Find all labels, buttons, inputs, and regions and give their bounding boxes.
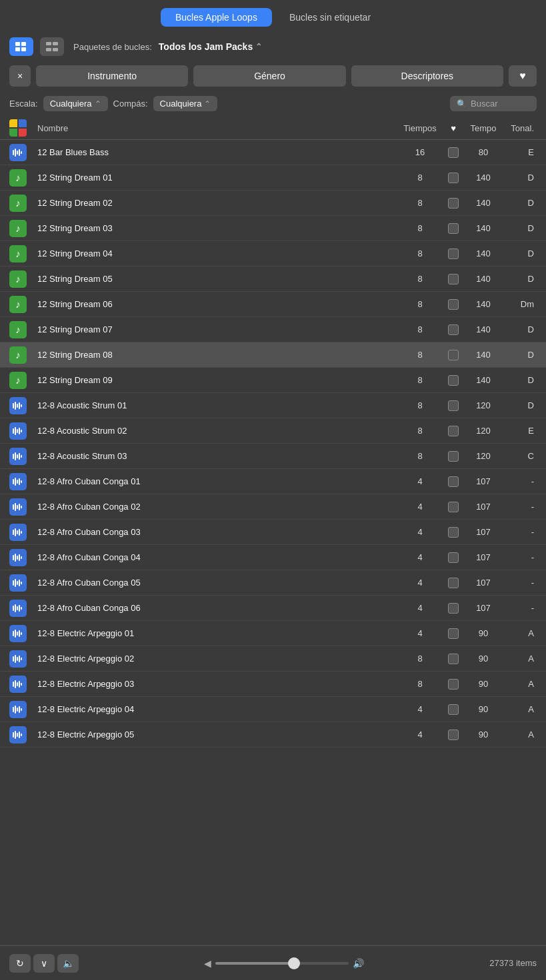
favorite-checkbox[interactable] [448, 628, 459, 639]
table-row[interactable]: 12-8 Afro Cuban Conga 01 4 107 - [0, 469, 546, 494]
filter-clear-button[interactable]: × [9, 65, 31, 87]
volume-low-icon[interactable]: ◀ [204, 958, 211, 969]
volume-slider[interactable] [215, 962, 349, 965]
loop-mode-button[interactable]: ↻ [9, 954, 31, 973]
table-row[interactable]: ♪ 12 String Dream 04 8 140 D [0, 241, 546, 266]
table-row[interactable]: 12-8 Electric Arpeggio 02 8 90 A [0, 646, 546, 672]
row-fav[interactable] [443, 400, 463, 411]
favorite-checkbox[interactable] [448, 173, 459, 183]
chevron-down-button[interactable]: ∨ [33, 954, 55, 973]
favorite-checkbox[interactable] [448, 375, 459, 386]
row-fav[interactable] [443, 527, 463, 538]
table-row[interactable]: 12-8 Electric Arpeggio 04 4 90 A [0, 697, 546, 722]
favorite-checkbox[interactable] [448, 527, 459, 538]
row-fav[interactable] [443, 603, 463, 614]
favorite-checkbox[interactable] [448, 147, 459, 158]
row-fav[interactable] [443, 502, 463, 512]
table-row[interactable]: ♪ 12 String Dream 02 8 140 D [0, 191, 546, 216]
escala-select[interactable]: Cualquiera ⌃ [43, 96, 108, 111]
row-fav[interactable] [443, 628, 463, 639]
instrumento-filter-button[interactable]: Instrumento [36, 65, 188, 87]
row-fav[interactable] [443, 704, 463, 715]
favorite-checkbox[interactable] [448, 426, 459, 436]
row-fav[interactable] [443, 147, 463, 158]
table-row[interactable]: 12-8 Afro Cuban Conga 03 4 107 - [0, 520, 546, 545]
table-row[interactable]: 12-8 Afro Cuban Conga 04 4 107 - [0, 545, 546, 570]
favorite-checkbox[interactable] [448, 578, 459, 588]
favorite-checkbox[interactable] [448, 603, 459, 614]
tab-untagged[interactable]: Bucles sin etiquetar [275, 8, 385, 27]
table-row[interactable]: 12-8 Electric Arpeggio 05 4 90 A [0, 722, 546, 747]
header-nombre[interactable]: Nombre [37, 123, 397, 133]
favorite-checkbox[interactable] [448, 502, 459, 512]
row-fav[interactable] [443, 248, 463, 259]
row-fav[interactable] [443, 451, 463, 462]
favorite-checkbox[interactable] [448, 198, 459, 209]
search-input[interactable] [471, 99, 524, 109]
row-fav[interactable] [443, 679, 463, 690]
favorite-checkbox[interactable] [448, 400, 459, 411]
favorite-checkbox[interactable] [448, 324, 459, 335]
table-row[interactable]: 12-8 Acoustic Strum 01 8 120 D [0, 393, 546, 418]
genero-filter-button[interactable]: Género [193, 65, 345, 87]
table-row[interactable]: 12-8 Electric Arpeggio 01 4 90 A [0, 621, 546, 646]
row-fav[interactable] [443, 274, 463, 284]
row-fav[interactable] [443, 223, 463, 234]
row-fav[interactable] [443, 173, 463, 183]
row-fav[interactable] [443, 350, 463, 360]
row-fav[interactable] [443, 426, 463, 436]
view-grid-button[interactable] [9, 37, 33, 56]
compas-select[interactable]: Cualquiera ⌃ [153, 96, 218, 111]
volume-high-icon[interactable]: 🔊 [353, 958, 364, 969]
row-fav[interactable] [443, 730, 463, 740]
favorites-filter-button[interactable]: ♥ [509, 65, 537, 87]
table-row[interactable]: 12-8 Acoustic Strum 03 8 120 C [0, 444, 546, 469]
search-box[interactable]: 🔍 [450, 96, 537, 111]
row-fav[interactable] [443, 476, 463, 487]
tab-apple-loops[interactable]: Bucles Apple Loops [161, 8, 272, 27]
favorite-checkbox[interactable] [448, 299, 459, 310]
row-fav[interactable] [443, 375, 463, 386]
row-fav[interactable] [443, 578, 463, 588]
table-row[interactable]: ♪ 12 String Dream 09 8 140 D [0, 368, 546, 393]
view-list-button[interactable] [40, 37, 64, 56]
header-tempo[interactable]: Tempo [463, 123, 503, 133]
favorite-checkbox[interactable] [448, 704, 459, 715]
header-tiempos[interactable]: Tiempos [397, 123, 443, 133]
favorite-checkbox[interactable] [448, 350, 459, 360]
table-row[interactable]: 12-8 Acoustic Strum 02 8 120 E [0, 418, 546, 444]
row-fav[interactable] [443, 299, 463, 310]
row-fav[interactable] [443, 654, 463, 664]
favorite-checkbox[interactable] [448, 552, 459, 563]
table-row[interactable]: 12 Bar Blues Bass 16 80 E [0, 140, 546, 165]
svg-rect-52 [21, 582, 22, 584]
table-row[interactable]: ♪ 12 String Dream 05 8 140 D [0, 266, 546, 292]
table-row[interactable]: 12-8 Electric Arpeggio 03 8 90 A [0, 672, 546, 697]
descriptores-filter-button[interactable]: Descriptores [351, 65, 503, 87]
table-row[interactable]: ♪ 12 String Dream 07 8 140 D [0, 317, 546, 342]
row-fav[interactable] [443, 324, 463, 335]
table-row[interactable]: 12-8 Afro Cuban Conga 06 4 107 - [0, 596, 546, 621]
row-fav[interactable] [443, 198, 463, 209]
svg-rect-30 [17, 480, 18, 484]
tab-bar: Bucles Apple Loops Bucles sin etiquetar [0, 0, 546, 33]
favorite-checkbox[interactable] [448, 730, 459, 740]
favorite-checkbox[interactable] [448, 654, 459, 664]
favorite-checkbox[interactable] [448, 451, 459, 462]
table-row[interactable]: ♪ 12 String Dream 03 8 140 D [0, 216, 546, 241]
table-row[interactable]: ♪ 12 String Dream 08 8 140 D [0, 342, 546, 368]
paquetes-select[interactable]: Todos los Jam Packs ⌃ [159, 41, 262, 52]
table-row[interactable]: ♪ 12 String Dream 01 8 140 D [0, 165, 546, 191]
favorite-checkbox[interactable] [448, 223, 459, 234]
speaker-button[interactable]: 🔈 [57, 954, 79, 973]
row-fav[interactable] [443, 552, 463, 563]
favorite-checkbox[interactable] [448, 248, 459, 259]
table-row[interactable]: 12-8 Afro Cuban Conga 05 4 107 - [0, 570, 546, 596]
favorite-checkbox[interactable] [448, 679, 459, 690]
header-fav[interactable]: ♥ [443, 123, 463, 133]
header-tonal[interactable]: Tonal. [503, 123, 537, 133]
table-row[interactable]: ♪ 12 String Dream 06 8 140 Dm [0, 292, 546, 317]
table-row[interactable]: 12-8 Afro Cuban Conga 02 4 107 - [0, 494, 546, 520]
favorite-checkbox[interactable] [448, 274, 459, 284]
favorite-checkbox[interactable] [448, 476, 459, 487]
